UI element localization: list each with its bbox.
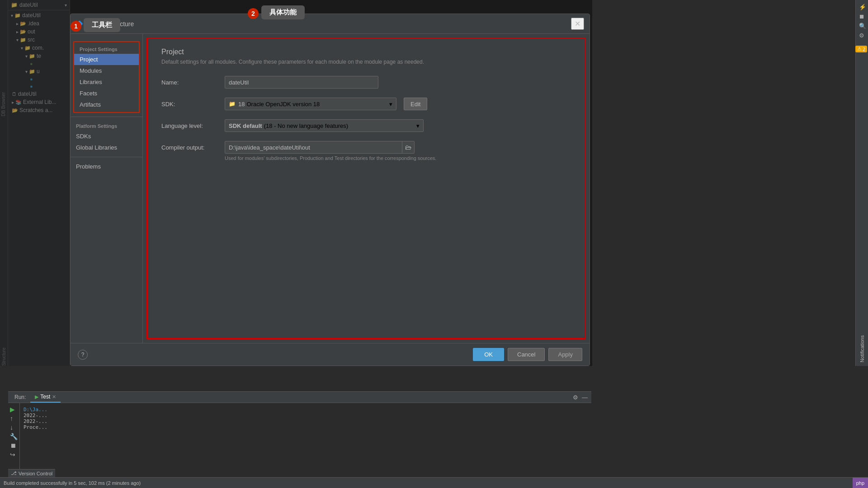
build-completed-status: Build completed successfully in 5 sec, 1… [4,480,141,486]
nav-highlighted-section: Project Settings Project Modules Librari… [73,41,140,113]
annotation-tooltip-2: 具体功能 [261,5,305,19]
annotation-badge-2: 2 [248,8,259,19]
nav-item-modules[interactable]: Modules [74,65,139,76]
modal-body: Project Settings Project Modules Librari… [71,34,590,343]
run-wrap-icon[interactable]: ↪ [10,451,18,458]
sdk-description-text: Oracle OpenJDK version 18 [246,101,320,108]
nav-separator [71,117,142,117]
version-control-icon: ⎇ [11,470,17,476]
modal-main-content: Project Default settings for all modules… [146,38,586,339]
run-output: D:\Ja... 2022-... 2022-... Proce... [20,403,591,475]
language-level-select[interactable]: SDK default (18 - No new language featur… [225,119,424,132]
sdk-controls: 📁 18 Oracle OpenJDK version 18 ▾ Edit [225,98,427,110]
sdk-dropdown-arrow: ▾ [389,101,392,108]
sdk-label: SDK: [161,101,225,108]
status-bar: Build completed successfully in 5 sec, 1… [0,477,868,488]
compiler-browse-button[interactable]: 🗁 [402,141,414,153]
bottom-settings-icon[interactable]: ⚙ [573,394,578,401]
compiler-input-wrapper: 🗁 [225,141,415,154]
bottom-panel-actions: ⚙ — [573,394,588,401]
run-path-line[interactable]: D:\Ja... [24,407,588,413]
name-input[interactable] [225,76,378,89]
nav-platform-settings-label: Platform Settings [71,121,142,131]
run-wrench-icon[interactable]: 🔧 [10,433,18,440]
sdk-select[interactable]: 📁 18 Oracle OpenJDK version 18 ▾ [225,98,396,110]
nav-item-libraries[interactable]: Libraries [74,76,139,88]
apply-button[interactable]: Apply [548,348,582,361]
ide-background: Structure DB Browser 📁 dateUtil ▾ ▾ 📁 da… [0,0,868,488]
run-process-label: Proce... [24,424,588,430]
name-label: Name: [161,79,225,86]
sdk-edit-button[interactable]: Edit [404,98,427,110]
nav-item-problems[interactable]: Problems [71,161,142,172]
tab-test-icon: ▶ [35,394,38,400]
modal-footer: ? OK Cancel Apply [71,343,590,366]
content-section-title: Project [161,48,571,56]
version-control-label: Version Control [19,471,52,476]
run-line2: 2022-... [24,418,588,424]
run-play-button[interactable]: ▶ [10,406,18,413]
compiler-output-input[interactable] [225,142,402,153]
sdk-form-row: SDK: 📁 18 Oracle OpenJDK version 18 ▾ Ed… [161,98,571,110]
modal-nav: Project Settings Project Modules Librari… [71,34,143,343]
right-stop-icon[interactable]: ⏹ [859,13,866,20]
right-toolbar-icons: ⚡ ⏹ 🔍 ⚙ [859,4,866,39]
compiler-output-form-row: Compiler output: 🗁 [161,141,571,154]
run-controls: ▶ ↑ ↓ 🔧 ⏹ ↪ [8,403,20,475]
language-level-value: SDK default [229,122,262,129]
modal-titlebar: 🔷 Project Structure ✕ [71,14,590,34]
run-label: Run: [12,392,28,402]
cancel-button[interactable]: Cancel [508,348,545,361]
bottom-tabs-bar: Run: ▶ Test ✕ ⚙ — [8,392,591,403]
sdk-folder-icon: 📁 [229,101,236,107]
tab-test[interactable]: ▶ Test ✕ [30,392,61,403]
annotation-tooltip-1: 工具栏 [84,18,120,32]
version-control-strip[interactable]: ⎇ Version Control [8,469,55,477]
tab-test-close[interactable]: ✕ [52,394,56,400]
language-level-arrow: ▾ [416,122,420,129]
language-level-detail: (18 - No new language features) [264,122,348,129]
run-up-icon[interactable]: ↑ [10,415,18,422]
bottom-panel: Run: ▶ Test ✕ ⚙ — ▶ ↑ ↓ 🔧 ⏹ ↪ [8,391,591,477]
language-level-form-row: Language level: SDK default (18 - No new… [161,119,571,132]
right-build-icon[interactable]: ⚡ [859,4,866,10]
nav-item-sdks[interactable]: SDKs [71,131,142,142]
sdk-version-text: 18 [238,101,245,108]
compiler-output-label: Compiler output: [161,144,225,151]
nav-item-global-libraries[interactable]: Global Libraries [71,142,142,153]
notifications-label[interactable]: Notifications [859,335,865,362]
help-button[interactable]: ? [78,350,88,360]
right-search-icon[interactable]: 🔍 [859,23,866,29]
nav-item-facets[interactable]: Facets [74,88,139,99]
annotation-badge-1: 1 [71,21,81,32]
modal-close-button[interactable]: ✕ [571,18,584,30]
language-level-label: Language level: [161,122,225,129]
bottom-content-area: ▶ ↑ ↓ 🔧 ⏹ ↪ D:\Ja... 2022-... 2022-... P… [8,403,591,475]
nav-separator2 [71,157,142,157]
run-stop-icon[interactable]: ⏹ [10,442,18,449]
project-structure-dialog: 🔷 Project Structure ✕ Project Settings P… [70,14,590,366]
nav-item-artifacts[interactable]: Artifacts [74,99,139,110]
run-down-icon[interactable]: ↓ [10,424,18,431]
compiler-note: Used for modules' subdirectories, Produc… [225,155,571,161]
right-settings-icon[interactable]: ⚙ [859,32,866,39]
name-form-row: Name: [161,76,571,89]
bottom-minimize-icon[interactable]: — [582,394,588,401]
nav-project-settings-label: Project Settings [74,44,139,54]
warning-badge: ⚠ 2 [855,46,867,52]
warning-badge-area: ⚠ 2 [855,45,867,52]
run-line1: 2022-... [24,413,588,418]
notifications-sidebar: Notifications ⚠ 2 ⚡ ⏹ 🔍 ⚙ [855,0,868,366]
compiler-output-section: Compiler output: 🗁 Used for modules' sub… [161,141,571,161]
content-description: Default settings for all modules. Config… [161,59,571,65]
ok-button[interactable]: OK [473,348,504,361]
php-badge: php [853,478,868,488]
nav-item-project[interactable]: Project [74,54,139,65]
tab-test-label: Test [40,394,50,400]
